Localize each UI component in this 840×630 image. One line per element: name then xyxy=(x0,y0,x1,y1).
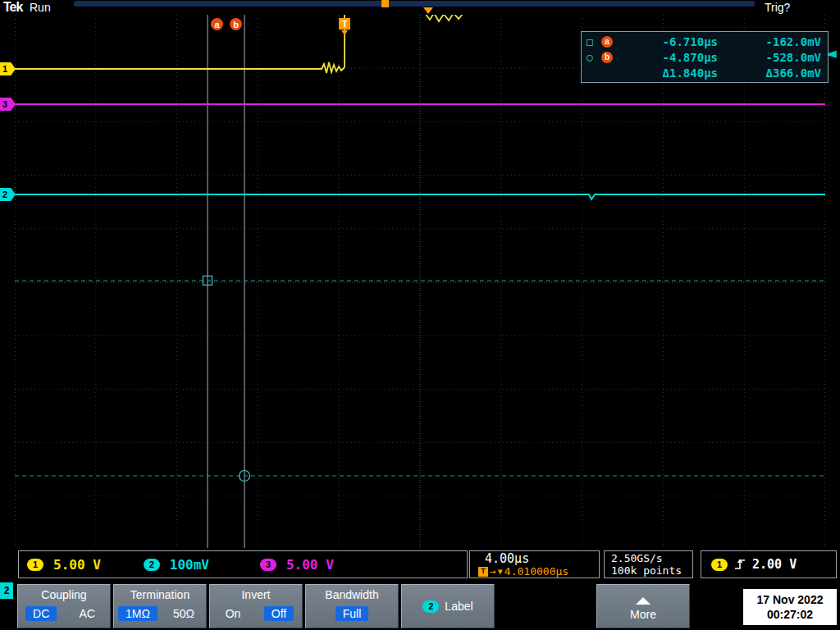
cursor-a-readout-row: □ a -6.710µs -162.0mV xyxy=(587,34,823,49)
oscilloscope-screen: Tek Run Trig? xyxy=(0,0,840,630)
more-button-text: More xyxy=(630,608,656,621)
trigger-position-value: 4.010000µs xyxy=(504,565,568,578)
expansion-point-arrow-icon xyxy=(423,7,433,14)
label-channel-badge: 2 xyxy=(422,600,439,613)
label-button[interactable]: 2 Label xyxy=(401,584,495,628)
acquisition-status: Run xyxy=(30,1,51,14)
trigger-t-badge: T xyxy=(478,567,488,577)
invert-title: Invert xyxy=(241,588,270,601)
termination-button[interactable]: Termination 1MΩ 50Ω xyxy=(113,584,207,628)
graticule-grid xyxy=(15,15,825,550)
bandwidth-option-full[interactable]: Full xyxy=(336,606,369,621)
cursor-delta-time: Δ1.840µs xyxy=(613,66,718,80)
coupling-button[interactable]: Coupling DC AC xyxy=(17,584,111,628)
cursor-a-badge: a xyxy=(601,36,613,48)
record-trigger-marker xyxy=(381,0,389,7)
menu-channel-badge: 2 xyxy=(0,582,13,599)
ch3-scale: 5.00 V xyxy=(286,557,334,573)
cursor-delta-voltage: Δ366.0mV xyxy=(718,66,821,80)
sample-rate: 2.50GS/s xyxy=(611,552,692,564)
cursor-a-voltage: -162.0mV xyxy=(718,35,821,48)
trigger-point-arrow-icon xyxy=(341,30,348,35)
bottom-readout-bar: 1 5.00 V 2 100mV 3 5.00 V 4.00µs T→▼4.01… xyxy=(0,548,840,582)
invert-button[interactable]: Invert On Off xyxy=(209,584,303,628)
cursor-b-voltage: -528.0mV xyxy=(718,51,821,64)
record-view-bar[interactable] xyxy=(74,1,755,7)
cursor-b-shape-icon: ○ xyxy=(587,51,601,63)
ch3-position-badge[interactable]: 3 xyxy=(0,98,16,111)
record-length: 100k points xyxy=(611,564,692,577)
cursor-a-shape-icon: □ xyxy=(587,35,601,48)
timebase-scale: 4.00µs xyxy=(478,552,599,565)
cursor-b-time: -4.870µs xyxy=(613,51,718,64)
ch1-position-badge[interactable]: 1 xyxy=(0,62,16,75)
coupling-option-dc[interactable]: DC xyxy=(25,606,57,621)
cursor-b-readout-row: ○ b -4.870µs -528.0mV xyxy=(587,49,823,65)
channel-scale-readouts[interactable]: 1 5.00 V 2 100mV 3 5.00 V xyxy=(18,550,468,578)
cursor-a-time: -6.710µs xyxy=(613,35,718,48)
termination-option-50[interactable]: 50Ω xyxy=(166,606,202,621)
ch2-scale: 100mV xyxy=(170,557,209,573)
more-button[interactable]: More xyxy=(596,584,690,628)
graticule-svg xyxy=(15,15,825,550)
datetime-display: 17 Nov 2022 00:27:02 xyxy=(743,589,837,625)
ch2-position-badge[interactable]: 2 xyxy=(0,188,16,201)
bandwidth-button[interactable]: Bandwidth Full xyxy=(305,584,399,628)
trigger-readout[interactable]: 1 2.00 V xyxy=(701,550,837,578)
horizontal-readout[interactable]: 4.00µs T→▼4.010000µs xyxy=(469,550,600,578)
ch1-badge: 1 xyxy=(27,559,43,571)
cursor-b-flag[interactable]: b xyxy=(230,18,242,30)
termination-option-1m[interactable]: 1MΩ xyxy=(118,606,158,621)
cursor-delta-readout-row: Δ1.840µs Δ366.0mV xyxy=(587,65,823,80)
invert-option-on[interactable]: On xyxy=(218,606,249,621)
cursor-readout-panel: □ a -6.710µs -162.0mV ○ b -4.870µs -528.… xyxy=(581,31,829,83)
bandwidth-title: Bandwidth xyxy=(325,588,378,601)
arrow-right-icon: → xyxy=(490,565,496,578)
ch3-badge: 3 xyxy=(260,559,276,571)
cursor-a-flag[interactable]: a xyxy=(211,18,223,30)
trigger-level: 2.00 V xyxy=(752,557,797,572)
trigger-status: Trig? xyxy=(765,1,790,14)
arrow-down-icon: ▼ xyxy=(498,565,503,578)
waveform-display: a b T xyxy=(15,15,825,550)
tek-logo: Tek xyxy=(3,0,22,15)
coupling-option-ac[interactable]: AC xyxy=(71,606,102,621)
date-text: 17 Nov 2022 xyxy=(757,592,824,607)
trigger-source-badge: 1 xyxy=(711,559,728,571)
termination-title: Termination xyxy=(130,588,189,601)
ch1-scale: 5.00 V xyxy=(53,557,101,573)
graticule-center-crosshair xyxy=(15,15,825,550)
acquisition-readout: 2.50GS/s 100k points xyxy=(604,550,693,578)
trigger-position-readout: T→▼4.010000µs xyxy=(478,565,599,578)
coupling-title: Coupling xyxy=(41,588,86,601)
more-up-arrow-icon xyxy=(636,597,651,605)
trigger-point-flag[interactable]: T xyxy=(339,18,350,30)
label-button-text: Label xyxy=(445,600,472,613)
rising-edge-icon xyxy=(734,558,746,571)
time-text: 00:27:02 xyxy=(767,607,813,622)
side-menu-bar: 2 Coupling DC AC Termination 1MΩ 50Ω Inv… xyxy=(0,582,840,630)
cursor-b-badge: b xyxy=(601,52,613,63)
top-status-bar: Tek Run Trig? xyxy=(0,0,840,15)
invert-option-off[interactable]: Off xyxy=(264,606,294,621)
ch2-badge: 2 xyxy=(144,559,160,571)
